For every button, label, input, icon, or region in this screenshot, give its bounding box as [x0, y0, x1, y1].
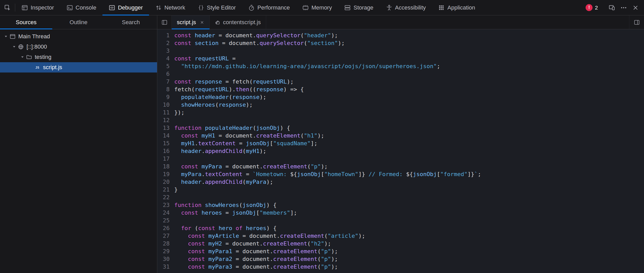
source-tab-contentscript-js[interactable]: contentscript.js	[210, 15, 266, 29]
line-number[interactable]: 21	[157, 186, 174, 194]
error-count-badge[interactable]: 2	[586, 4, 598, 11]
code-token: (	[191, 86, 195, 93]
line-number[interactable]: 31	[157, 263, 174, 271]
line-number[interactable]: 5	[157, 62, 174, 70]
code-token: (	[253, 125, 256, 131]
code-token: const	[188, 263, 205, 270]
line-number[interactable]: 22	[157, 194, 174, 201]
line-number[interactable]: 9	[157, 93, 174, 101]
tree-item-host-8000[interactable]: [::]:8000	[0, 42, 157, 52]
line-number[interactable]: 18	[157, 163, 174, 170]
code-token: .	[195, 140, 198, 147]
code-token: header	[181, 179, 202, 185]
code-token: ) => {	[283, 86, 304, 93]
devtools-tab-label: Style Editor	[207, 4, 236, 11]
devtools-tab-application[interactable]: Application	[432, 0, 481, 15]
folder-icon	[25, 54, 33, 60]
line-number[interactable]: 20	[157, 178, 174, 186]
line-number[interactable]: 14	[157, 132, 174, 140]
line-number[interactable]: 11	[157, 109, 174, 116]
devtools-tab-accessibility[interactable]: Accessibility	[380, 0, 432, 15]
caret-down-icon[interactable]	[11, 44, 17, 49]
code-line: 14 const myH1 = document.createElement("…	[157, 132, 644, 140]
line-number[interactable]: 24	[157, 209, 174, 217]
code-token: document	[249, 233, 276, 239]
application-icon	[438, 4, 445, 11]
code-line: 16 header.appendChild(myH1);	[157, 147, 644, 155]
line-number[interactable]: 4	[157, 55, 174, 62]
line-number[interactable]: 16	[157, 147, 174, 155]
line-number[interactable]: 30	[157, 255, 174, 263]
panel-tab-outline[interactable]: Outline	[52, 15, 105, 29]
line-number[interactable]: 13	[157, 124, 174, 132]
code-token: );	[259, 94, 266, 100]
devtools-tab-memory[interactable]: Memory	[296, 0, 338, 15]
caret-down-icon[interactable]	[20, 55, 25, 59]
tree-item-script-js[interactable]: JSscript.js	[0, 62, 157, 72]
line-number[interactable]: 8	[157, 86, 174, 93]
devtools-menu-button[interactable]	[620, 4, 627, 11]
line-number[interactable]: 29	[157, 248, 174, 255]
code-token: myH2	[208, 240, 222, 247]
code-line: 17	[157, 155, 644, 163]
code-token: ${	[290, 171, 297, 177]
code-editor[interactable]: 1const header = document.querySelector("…	[157, 29, 644, 273]
code-token: .	[259, 240, 263, 247]
devtools-tab-console[interactable]: Console	[60, 0, 103, 15]
code-token	[174, 163, 181, 170]
source-tab-script-js[interactable]: script.js	[172, 15, 210, 29]
source-tab-label: script.js	[177, 19, 196, 26]
expand-panes-button[interactable]	[629, 15, 644, 29]
code-token: (	[300, 132, 304, 139]
code-token: const	[188, 256, 205, 262]
code-token: );	[331, 248, 338, 254]
devtools-tab-inspector[interactable]: Inspector	[15, 0, 60, 15]
devtools-tab-performance[interactable]: Performance	[242, 0, 296, 15]
line-number[interactable]: 10	[157, 101, 174, 109]
line-number[interactable]: 6	[157, 70, 174, 78]
line-number[interactable]: 3	[157, 47, 174, 55]
line-number[interactable]: 25	[157, 217, 174, 224]
responsive-design-mode-button[interactable]	[608, 4, 615, 11]
code-line-content: const myArticle = document.createElement…	[174, 232, 365, 240]
close-devtools-button[interactable]	[632, 4, 639, 11]
code-line-content: const myH2 = document.createElement("h2"…	[174, 240, 331, 248]
line-number[interactable]: 17	[157, 155, 174, 163]
line-number[interactable]: 28	[157, 240, 174, 248]
code-token: ]}	[467, 171, 474, 177]
panel-tab-sources[interactable]: Sources	[0, 15, 52, 29]
code-line-content: }	[174, 186, 178, 194]
line-number[interactable]: 27	[157, 232, 174, 240]
toggle-sources-pane-button[interactable]	[157, 15, 172, 29]
code-token	[191, 40, 195, 46]
caret-down-icon[interactable]	[3, 34, 9, 39]
devtools-tab-style-editor[interactable]: Style Editor	[192, 0, 242, 15]
code-token: =	[232, 248, 242, 254]
devtools-tab-storage[interactable]: Storage	[338, 0, 379, 15]
line-number[interactable]: 26	[157, 224, 174, 232]
code-line-content: const myH1 = document.createElement("h1"…	[174, 132, 324, 140]
line-number[interactable]: 2	[157, 39, 174, 47]
code-token	[174, 256, 188, 262]
close-tab-icon[interactable]	[200, 20, 204, 25]
code-line: 25	[157, 217, 644, 224]
code-token	[198, 210, 202, 216]
line-number[interactable]: 23	[157, 201, 174, 209]
code-token	[174, 132, 181, 139]
devtools-tab-network[interactable]: Network	[149, 0, 192, 15]
line-number[interactable]: 19	[157, 170, 174, 178]
tree-item-main-thread[interactable]: Main Thread	[0, 31, 157, 42]
code-token: document	[232, 163, 259, 170]
line-number[interactable]: 12	[157, 116, 174, 124]
code-token: populateHeader	[205, 125, 253, 131]
pick-element-button[interactable]	[0, 0, 15, 15]
line-number[interactable]: 15	[157, 140, 174, 147]
panel-tab-search[interactable]: Search	[105, 15, 157, 29]
code-token: =	[215, 32, 225, 39]
line-number[interactable]: 7	[157, 78, 174, 86]
devtools-tab-label: Memory	[311, 4, 332, 11]
tree-item-testing[interactable]: testing	[0, 52, 157, 62]
devtools-tab-debugger[interactable]: Debugger	[102, 0, 149, 15]
code-token	[174, 233, 188, 239]
line-number[interactable]: 1	[157, 32, 174, 39]
